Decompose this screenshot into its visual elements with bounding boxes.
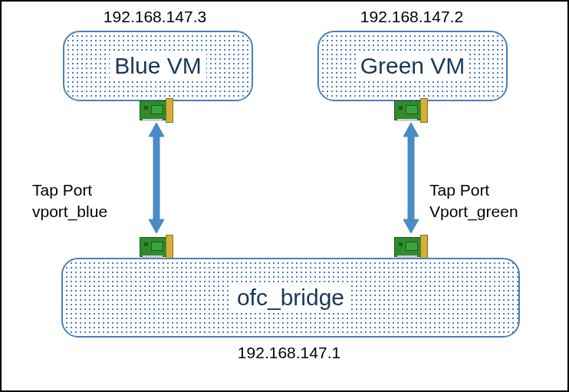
bridge-label: ofc_bridge xyxy=(231,283,350,312)
bridge-ip: 192.168.147.1 xyxy=(209,344,370,362)
blue-tap-line1: Tap Port xyxy=(32,180,107,201)
green-tap-line2: Vport_green xyxy=(429,201,518,222)
bridge-green-nic-icon xyxy=(394,235,428,258)
green-link-arrow-icon xyxy=(402,123,420,233)
blue-vm-nic-icon xyxy=(140,98,173,121)
green-vm-label: Green VM xyxy=(356,51,470,81)
bridge-box: ofc_bridge xyxy=(61,258,520,338)
blue-vm-box: Blue VM xyxy=(63,31,253,101)
green-vm-nic-icon xyxy=(394,98,428,121)
green-vm-box: Green VM xyxy=(317,31,508,101)
green-tap-line1: Tap Port xyxy=(429,180,518,201)
green-vm-ip: 192.168.147.2 xyxy=(335,8,488,26)
blue-vm-ip: 192.168.147.3 xyxy=(78,8,232,26)
blue-tap-label: Tap Port vport_blue xyxy=(32,180,107,223)
green-tap-label: Tap Port Vport_green xyxy=(429,180,518,223)
blue-link-arrow-icon xyxy=(147,123,166,233)
bridge-blue-nic-icon xyxy=(140,235,173,258)
blue-vm-label: Blue VM xyxy=(110,51,206,81)
diagram-canvas: 192.168.147.3 192.168.147.2 Blue VM Gree… xyxy=(0,0,569,392)
blue-tap-line2: vport_blue xyxy=(32,201,107,222)
